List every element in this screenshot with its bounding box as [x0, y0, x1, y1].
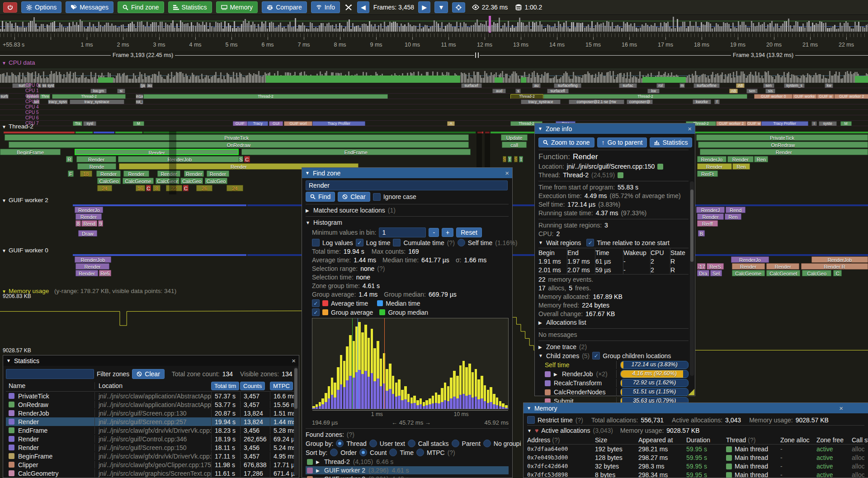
- zone-chip[interactable]: T: [508, 156, 512, 162]
- zone-chip[interactable]: CalcGeo: [802, 270, 831, 276]
- zone-chip[interactable]: Render: [184, 170, 204, 177]
- cpu-zone-chip[interactable]: Thread-2: [510, 94, 543, 99]
- cpu-zone-chip[interactable]: GUIF w: [817, 94, 834, 99]
- sort-radio-time[interactable]: [389, 449, 397, 456]
- find-zone-titlebar[interactable]: ▼ Find zone ×: [302, 168, 512, 178]
- allocation-row[interactable]: 0x7e049b3d00128 bytes298.27 ms59.95 sMai…: [527, 453, 864, 462]
- zone-chip[interactable]: CalcGeo: [180, 178, 203, 184]
- cpu-zone-chip[interactable]: tracy_sysn: [48, 99, 68, 104]
- child-zone-row[interactable]: RecalcTransform72.92 us (1.62%): [545, 379, 689, 387]
- found-zone-group[interactable]: ▶Thread-2(4,105)6.46 s: [306, 458, 509, 466]
- cpu-data-header[interactable]: ▼CPU data: [2, 59, 35, 66]
- zone-chip[interactable]: 24: [226, 185, 243, 191]
- group-radio-user-text[interactable]: [369, 440, 377, 447]
- allocations-list-section[interactable]: ▶Allocations list: [538, 319, 689, 326]
- find-zone-search-input[interactable]: [306, 180, 508, 190]
- find-zone-button[interactable]: Find zone: [118, 1, 164, 13]
- allocation-row[interactable]: 0x7dfaa64e00192 bytes298.21 ms59.95 sMai…: [527, 445, 864, 453]
- zone-chip[interactable]: CalcGeome: [123, 178, 154, 184]
- cpu-zone-chip[interactable]: kw: [825, 83, 833, 88]
- cpu-zone-chip[interactable]: Tra: [73, 121, 82, 126]
- cpu-zone-chip[interactable]: Thread-2: [143, 94, 388, 99]
- ignore-case-checkbox[interactable]: [373, 193, 381, 201]
- cpu-zone-chip[interactable]: Tracy: [247, 121, 268, 126]
- clear-button[interactable]: Clear: [338, 192, 370, 202]
- restrict-time-checkbox[interactable]: [527, 416, 535, 424]
- child-zone-row[interactable]: Self time172.14 us (3.83%): [545, 361, 689, 369]
- matched-source-locations[interactable]: ▶ Matched source locations(1): [306, 207, 509, 214]
- zone-chip[interactable]: Rerff: [697, 220, 718, 227]
- cpu-zone-chip[interactable]: surfacef: [461, 83, 482, 88]
- cpu-zone-chip[interactable]: GUIF w: [746, 121, 761, 126]
- zone-chip[interactable]: Render: [75, 213, 102, 220]
- log-time-checkbox[interactable]: ✓: [356, 239, 363, 246]
- cpu-zone-chip[interactable]: surfacefl: [547, 89, 569, 94]
- cpu-zone-chip[interactable]: si: [117, 89, 125, 94]
- cpu-zone-chip[interactable]: au: [146, 83, 153, 88]
- group-radio-call-stacks[interactable]: [408, 440, 415, 447]
- zone-chip[interactable]: Render: [75, 263, 109, 270]
- column-zone-free[interactable]: Zone free: [816, 436, 852, 444]
- zone-chip[interactable]: Update: [501, 134, 528, 141]
- cumulate-time-checkbox[interactable]: [393, 239, 401, 246]
- zone-chip[interactable]: 24: [97, 185, 112, 191]
- zone-chip[interactable]: Ren: [754, 156, 768, 162]
- zone-chip[interactable]: Render: [766, 263, 799, 270]
- frames-row[interactable]: Frame 3,193 (22.45 ms) Frame 3,194 (13.9…: [0, 51, 868, 59]
- cpu-zone-chip[interactable]: sysl: [83, 121, 96, 126]
- group-children-checkbox[interactable]: ✓: [592, 352, 600, 360]
- cpu-zone-chip[interactable]: GUIF worke: [793, 94, 817, 99]
- cpu-zone-chip[interactable]: s: [515, 89, 521, 94]
- zone-chip[interactable]: Render: [75, 149, 239, 155]
- zoom-to-zone-button[interactable]: Zoom to zone: [538, 137, 594, 147]
- cpu-zone-chip[interactable]: kw.gm: [90, 89, 107, 94]
- clear-filter-button[interactable]: Clear: [132, 369, 164, 379]
- zone-chip[interactable]: Render: [727, 156, 754, 162]
- zone-chip[interactable]: 8: [153, 185, 160, 191]
- sort-radio-mtpc[interactable]: [416, 449, 424, 456]
- cpu-zone-chip[interactable]: A: [447, 121, 455, 126]
- column-duration[interactable]: Duration: [686, 436, 726, 444]
- found-zone-group[interactable]: ▶GUIF worker 2(3,296)4.61 s: [306, 466, 509, 474]
- messages-button[interactable]: Messages: [66, 1, 113, 13]
- zone-statistics-button[interactable]: Statistics: [650, 137, 692, 147]
- zone-chip[interactable]: Render: [123, 170, 150, 177]
- zone-chip[interactable]: -17: [697, 263, 706, 270]
- zone-chip[interactable]: 8: [75, 220, 81, 227]
- zone-chip[interactable]: C: [244, 156, 250, 162]
- child-zone-row[interactable]: CalcRenderNodes51.51 us (1.15%): [545, 388, 689, 396]
- memory-button[interactable]: Memory: [216, 1, 258, 13]
- self-time-toggle[interactable]: [458, 239, 465, 246]
- group-radio-parent[interactable]: [452, 440, 459, 447]
- sort-radio-order[interactable]: [330, 449, 338, 456]
- zone-chip[interactable]: RenderJ: [696, 207, 725, 213]
- column-appeared[interactable]: Appeared at: [638, 436, 686, 444]
- cpu-zone-chip[interactable]: composer@2.1-se (Hw: [569, 99, 624, 104]
- zone-chip[interactable]: BeginFrame: [0, 149, 61, 155]
- cpu-zone-chip[interactable]: M: [133, 121, 144, 126]
- statistics-row[interactable]: EndFramejni/../jni/src/claw/gfx/drv/vk/D…: [6, 426, 296, 435]
- zone-chip[interactable]: OnRedraw: [9, 142, 469, 148]
- statistics-row[interactable]: Clipperjni/../jni/src/claw/gfx/geo/Clipp…: [6, 460, 296, 469]
- findzone-histogram[interactable]: [312, 318, 509, 409]
- cpu-zone-chip[interactable]: composer@: [627, 99, 653, 104]
- zone-chip[interactable]: EndFrame: [241, 149, 471, 155]
- cpu-zone-chip[interactable]: sen: [763, 83, 774, 88]
- column-thread[interactable]: Thread: [726, 436, 746, 444]
- zone-chip[interactable]: RenderJob: [75, 256, 111, 263]
- histogram-section[interactable]: ▼ Histogram: [306, 219, 509, 226]
- min-bin-decrease-button[interactable]: -: [429, 228, 439, 237]
- zone-chip[interactable]: Draw: [78, 230, 97, 237]
- close-icon[interactable]: ×: [839, 404, 843, 412]
- column-counts[interactable]: Counts: [240, 382, 265, 390]
- prev-frame-button[interactable]: ◀: [357, 1, 369, 13]
- filter-zones-input[interactable]: [6, 369, 94, 379]
- zone-chip[interactable]: call: [502, 142, 527, 148]
- statistics-row[interactable]: OnRedrawjni/../jni/src/claw/application/…: [6, 400, 296, 409]
- time-ruler[interactable]: +55.83 s 1 ms2 ms3 ms4 ms5 ms6 ms7 ms8 m…: [0, 33, 868, 51]
- zone-chip[interactable]: C: [833, 270, 842, 276]
- statistics-button[interactable]: Statistics: [168, 1, 212, 13]
- zone-chip[interactable]: Sel: [710, 270, 722, 276]
- statistics-row[interactable]: Renderjni/../jni/src/guif/Control.cpp:34…: [6, 435, 296, 443]
- relative-time-checkbox[interactable]: ✓: [586, 239, 594, 246]
